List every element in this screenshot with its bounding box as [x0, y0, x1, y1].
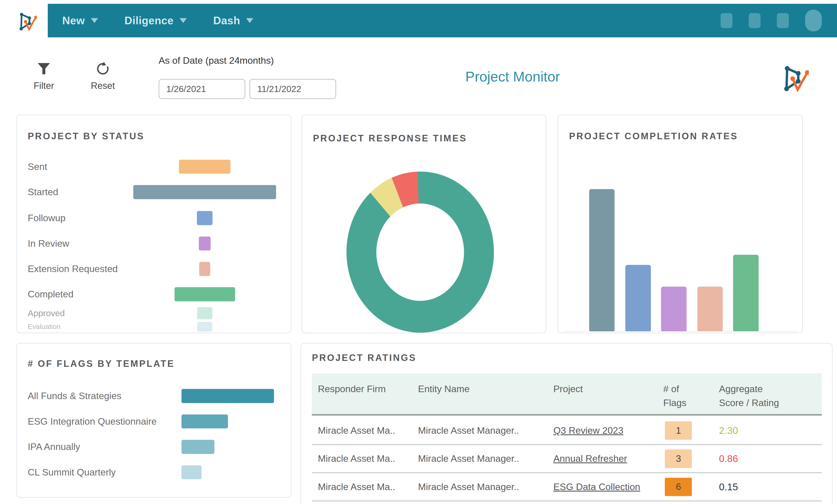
flags-row-label: CL Summit Quarterly	[28, 467, 116, 478]
response-chart-title: PROJECT RESPONSE TIMES	[313, 133, 467, 144]
chevron-down-icon	[180, 18, 187, 23]
flags-by-template-card: # OF FLAGS BY TEMPLATE All Funds & Strat…	[16, 343, 291, 498]
nav-square-icon-2[interactable]	[749, 13, 761, 28]
nav-item-label: Diligence	[124, 14, 174, 27]
nav-menu: NewDiligenceDash	[48, 14, 253, 27]
project-cell: Q3 Review 2023	[553, 425, 623, 436]
aggregate-score-value: 0.86	[719, 453, 738, 464]
nav-square-icon-1[interactable]	[720, 13, 732, 28]
date-start-input[interactable]	[159, 79, 245, 99]
status-row-label: Sent	[28, 161, 47, 172]
reset-rotate-icon	[87, 61, 119, 77]
nav-bar: NewDiligenceDash	[48, 4, 837, 37]
flags-chart-title: # OF FLAGS BY TEMPLATE	[28, 359, 175, 369]
table-row[interactable]: Miracle Asset Ma..Miracle Asset Manager.…	[312, 473, 822, 501]
reset-button[interactable]: Reset	[87, 61, 119, 91]
responder-firm-cell: Miracle Asset Ma..	[318, 481, 395, 492]
flags-row-label: IPA Annually	[28, 441, 80, 452]
status-row-label: In Review	[28, 238, 69, 249]
page-title: Project Monitor	[377, 69, 648, 85]
donut-hole	[376, 203, 464, 301]
completion-bar-5	[733, 255, 759, 332]
flags-bar-3	[181, 440, 214, 454]
project-completion-rates-card: PROJECT COMPLETION RATES	[557, 115, 803, 333]
chevron-down-icon	[246, 18, 253, 23]
status-row-label: Followup	[28, 212, 66, 224]
filter-funnel-icon	[28, 61, 60, 77]
ratings-table-header: Responder FirmEntity NameProject# of Fla…	[312, 373, 822, 415]
status-bar-in-review	[199, 236, 211, 250]
status-row-label: Extension Requested	[28, 263, 118, 274]
corner-logo-icon	[780, 59, 809, 93]
nav-item-new[interactable]: New	[62, 14, 98, 27]
flags-row-label: ESG Integration Questionnaire	[28, 416, 157, 427]
nav-square-icon-3[interactable]	[777, 13, 789, 28]
project-response-times-card: PROJECT RESPONSE TIMES	[301, 115, 546, 333]
status-bar-followup	[197, 211, 213, 225]
project-link[interactable]: Annual Refresher	[553, 453, 627, 464]
response-times-donut-chart	[346, 172, 494, 333]
status-bar-sent	[179, 160, 230, 174]
nav-item-label: Dash	[213, 14, 240, 27]
filter-label: Filter	[28, 81, 60, 91]
entity-name-cell: Miracle Asset Manager..	[418, 481, 519, 492]
column-header: # of Flags	[663, 382, 687, 410]
completion-bar-3	[661, 286, 687, 332]
flags-count-badge: 1	[665, 422, 692, 440]
completion-bar-1	[589, 189, 615, 331]
avatar[interactable]	[805, 10, 822, 32]
column-header: Responder Firm	[318, 382, 386, 396]
flags-row-label: All Funds & Strategies	[28, 390, 122, 402]
status-row-label: Started	[28, 187, 58, 198]
project-ratings-card: PROJECT RATINGS Responder FirmEntity Nam…	[300, 343, 833, 504]
status-bar-extension-requested	[199, 262, 210, 276]
project-cell: Annual Refresher	[553, 453, 627, 464]
as-of-date-label: As of Date (past 24months)	[159, 55, 274, 66]
chevron-down-icon	[91, 18, 98, 23]
nav-item-label: New	[62, 14, 85, 27]
completion-bar-2	[625, 265, 651, 331]
nav-item-dash[interactable]: Dash	[213, 14, 253, 27]
filter-button[interactable]: Filter	[28, 61, 60, 91]
aggregate-score-value: 0.15	[719, 481, 738, 492]
status-row-label: Approved	[28, 309, 65, 318]
status-bar-approved	[197, 307, 212, 319]
flags-bar-4	[181, 465, 201, 479]
dashboard-page: NewDiligenceDash Filter Reset As of Date…	[0, 0, 837, 504]
status-row-label: Evaluation	[28, 323, 60, 331]
nav-right-icons	[720, 4, 822, 37]
aggregate-score-value: 2.30	[719, 425, 738, 436]
flags-bar-2	[181, 414, 228, 428]
date-end-input[interactable]	[249, 79, 336, 99]
status-bar-completed	[175, 287, 235, 301]
status-bar-evaluation	[197, 322, 212, 332]
status-chart-title: PROJECT BY STATUS	[28, 131, 144, 142]
brand-logo-icon[interactable]	[16, 8, 37, 32]
project-by-status-card: PROJECT BY STATUS SentStartedFollowupIn …	[16, 115, 291, 333]
entity-name-cell: Miracle Asset Manager..	[418, 425, 519, 436]
completion-bar-4	[697, 286, 723, 332]
nav-item-diligence[interactable]: Diligence	[124, 14, 187, 27]
status-row-label: Completed	[28, 289, 73, 300]
status-bar-started	[133, 185, 276, 199]
responder-firm-cell: Miracle Asset Ma..	[318, 453, 395, 464]
ratings-table-body: Miracle Asset Ma..Miracle Asset Manager.…	[312, 417, 822, 501]
ratings-table-title: PROJECT RATINGS	[312, 353, 416, 363]
column-header: Entity Name	[418, 382, 470, 396]
project-link[interactable]: Q3 Review 2023	[553, 425, 623, 436]
project-link[interactable]: ESG Data Collection	[553, 481, 640, 492]
entity-name-cell: Miracle Asset Manager..	[418, 453, 519, 464]
responder-firm-cell: Miracle Asset Ma..	[318, 425, 395, 436]
column-header: Aggregate Score / Rating	[719, 382, 779, 410]
table-row[interactable]: Miracle Asset Ma..Miracle Asset Manager.…	[312, 417, 822, 445]
project-cell: ESG Data Collection	[553, 481, 640, 492]
reset-label: Reset	[87, 81, 119, 91]
flags-count-badge: 6	[665, 478, 692, 496]
column-header: Project	[553, 382, 583, 396]
flags-count-badge: 3	[665, 450, 692, 468]
completion-chart-title: PROJECT COMPLETION RATES	[569, 131, 738, 142]
flags-bar-1	[181, 389, 274, 403]
table-row[interactable]: Miracle Asset Ma..Miracle Asset Manager.…	[312, 445, 822, 473]
